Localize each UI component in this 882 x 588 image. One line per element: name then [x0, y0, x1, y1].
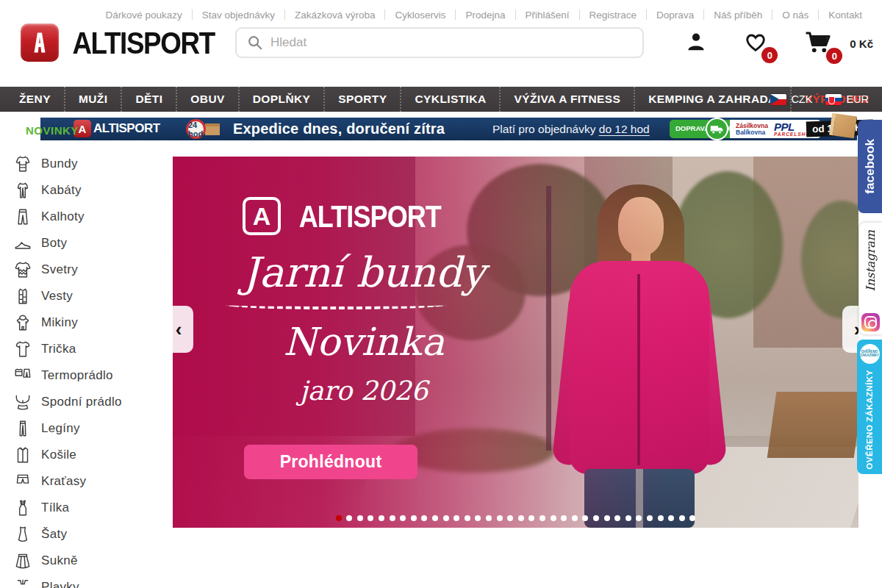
sidebar-item-sukn-[interactable]: Sukně: [0, 548, 173, 574]
carousel-dot-24[interactable]: [582, 515, 588, 521]
sidebar-item-bundy[interactable]: Bundy: [0, 151, 173, 177]
carousel-dot-16[interactable]: [497, 515, 503, 521]
carousel-dot-7[interactable]: [400, 515, 406, 521]
balikovna-label: Balíkovna: [736, 129, 768, 136]
sidebar-item-boty[interactable]: Boty: [0, 230, 173, 257]
topbar-link[interactable]: Prodejna: [456, 10, 514, 21]
carousel-dot-22[interactable]: [561, 515, 567, 521]
carousel-dot-4[interactable]: [368, 515, 373, 521]
carousel-dot-1[interactable]: [336, 515, 342, 521]
currency-eur[interactable]: EUR: [825, 93, 869, 105]
nav-item-dopl-ky[interactable]: DOPLŇKY: [238, 87, 324, 112]
nav-item-d-ti[interactable]: DĚTI: [121, 87, 176, 112]
carousel-dot-6[interactable]: [390, 515, 395, 521]
skirt-icon: [10, 551, 35, 570]
carousel-dot-21[interactable]: [551, 515, 556, 521]
carousel-dot-17[interactable]: [507, 515, 513, 521]
coat-icon: [10, 181, 35, 200]
instagram-tab[interactable]: Instagram: [859, 223, 882, 334]
cart-total[interactable]: 0 Kč: [850, 37, 873, 50]
currency-czk[interactable]: CZK: [770, 93, 812, 105]
carousel-dot-2[interactable]: [346, 515, 352, 521]
wishlist-button[interactable]: 0: [742, 29, 769, 57]
carousel-dot-31[interactable]: [658, 515, 664, 521]
carousel-dot-32[interactable]: [668, 515, 674, 521]
carousel-dot-11[interactable]: [443, 515, 449, 521]
carousel-dot-20[interactable]: [539, 515, 545, 521]
topbar-link[interactable]: Doprava: [647, 10, 703, 21]
promo-title: Expedice dnes, doručení zítra: [233, 121, 445, 137]
sidebar-item-vesty[interactable]: Vesty: [0, 283, 173, 309]
nav-item-cyklistika[interactable]: CYKLISTIKA: [400, 87, 499, 112]
hero-brand-logo: A ALTISPORT: [243, 197, 449, 235]
account-button[interactable]: [684, 29, 709, 57]
brand-logo-text: ALTISPORT: [72, 25, 214, 61]
sidebar-item-kra-asy[interactable]: Kraťasy: [0, 468, 173, 495]
topbar-link[interactable]: Registrace: [580, 10, 647, 21]
carousel-dot-14[interactable]: [475, 515, 481, 521]
topbar-link[interactable]: O nás: [772, 10, 818, 21]
carousel-next-button[interactable]: ›: [842, 306, 858, 353]
carousel-dot-26[interactable]: [604, 515, 610, 521]
carousel-dot-5[interactable]: [379, 515, 384, 521]
nav-item-mu-i[interactable]: MUŽI: [64, 87, 121, 112]
promo-subtitle: Platí pro objednávky do 12 hod: [492, 123, 650, 136]
sidebar-item-mikiny[interactable]: Mikiny: [0, 309, 173, 336]
sidebar-item-kalhoty[interactable]: Kalhoty: [0, 204, 173, 230]
hero-cta-button[interactable]: Prohlédnout: [244, 445, 417, 479]
sidebar-item-kab-ty[interactable]: Kabáty: [0, 177, 173, 204]
carousel-dot-30[interactable]: [647, 515, 653, 521]
underwear-icon: [10, 392, 35, 412]
carousel-dot-10[interactable]: [432, 515, 438, 521]
carousel-dot-13[interactable]: [465, 515, 470, 521]
sidebar-item-t-lka[interactable]: Tílka: [0, 495, 173, 521]
nav-item-kemping-a-zahrada[interactable]: KEMPING A ZAHRADA: [634, 87, 789, 112]
nav-item-v-iva-a-fitness[interactable]: VÝŽIVA A FITNESS: [499, 87, 634, 112]
nav-item-sporty[interactable]: SPORTY: [323, 87, 400, 112]
main-nav: ŽENYMUŽIDĚTIOBUVDOPLŇKYSPORTYCYKLISTIKAV…: [0, 87, 882, 112]
carousel-prev-button[interactable]: ‹: [173, 306, 193, 353]
carousel-dot-27[interactable]: [614, 515, 620, 521]
24h-clock-icon: 24 hod: [186, 119, 206, 139]
hero-logo-text: ALTISPORT: [299, 198, 441, 233]
carousel-dot-28[interactable]: [625, 515, 631, 521]
carousel-dot-18[interactable]: [518, 515, 524, 521]
topbar-link[interactable]: Stav objednávky: [193, 10, 284, 21]
carousel-dot-15[interactable]: [486, 515, 492, 521]
hero-headline: Jarní bundy: [217, 248, 511, 296]
sidebar-title[interactable]: NOVINKY: [26, 124, 79, 137]
carousel-dot-23[interactable]: [572, 515, 578, 521]
carousel-dot-29[interactable]: [636, 515, 642, 521]
nav-item--eny[interactable]: ŽENY: [6, 87, 64, 112]
carousel-dot-8[interactable]: [411, 515, 417, 521]
carousel-dot-25[interactable]: [593, 515, 599, 521]
nav-item-obuv[interactable]: OBUV: [176, 87, 237, 112]
sidebar-item-plavky[interactable]: Plavky: [0, 574, 173, 588]
topbar-link[interactable]: Cykloservis: [385, 10, 455, 21]
sidebar-item-spodn-pr-dlo[interactable]: Spodní prádlo: [0, 389, 173, 415]
carousel-dot-34[interactable]: [689, 515, 695, 521]
facebook-tab[interactable]: facebook: [858, 120, 882, 213]
topbar-link[interactable]: Přihlášení: [516, 10, 579, 21]
carousel-dot-33[interactable]: [679, 515, 685, 521]
topbar-link[interactable]: Dárkové poukazy: [96, 10, 192, 21]
carousel-dot-19[interactable]: [528, 515, 534, 521]
sidebar-item-label: Sukně: [41, 553, 78, 568]
sidebar-item-termopr-dlo[interactable]: Termoprádlo: [0, 362, 173, 389]
search-input[interactable]: [270, 35, 642, 50]
promo-banner[interactable]: A ALTISPORT 24 hod Expedice dnes, doruče…: [40, 118, 857, 140]
carousel-dot-12[interactable]: [453, 515, 459, 521]
carousel-dot-9[interactable]: [421, 515, 427, 521]
sidebar-item-tri-ka[interactable]: Trička: [0, 336, 173, 362]
sidebar-item-ko-ile[interactable]: Košile: [0, 442, 173, 468]
topbar-link[interactable]: Náš příběh: [704, 10, 772, 21]
verified-customers-tab[interactable]: OVĚŘENO ZÁKAZNÍKY OVĚŘENO ZÁKAZNÍKY: [857, 340, 882, 474]
brand-logo[interactable]: ALTISPORT: [21, 24, 220, 62]
sidebar-item-svetry[interactable]: Svetry: [0, 257, 173, 283]
cart-button[interactable]: 0: [803, 29, 833, 58]
sidebar-item-leg-ny[interactable]: Legíny: [0, 415, 173, 442]
topbar-link[interactable]: Kontakt: [819, 10, 872, 21]
topbar-link[interactable]: Zakázková výroba: [285, 10, 385, 21]
sidebar-item--aty[interactable]: Šaty: [0, 521, 173, 548]
carousel-dot-3[interactable]: [357, 515, 363, 521]
